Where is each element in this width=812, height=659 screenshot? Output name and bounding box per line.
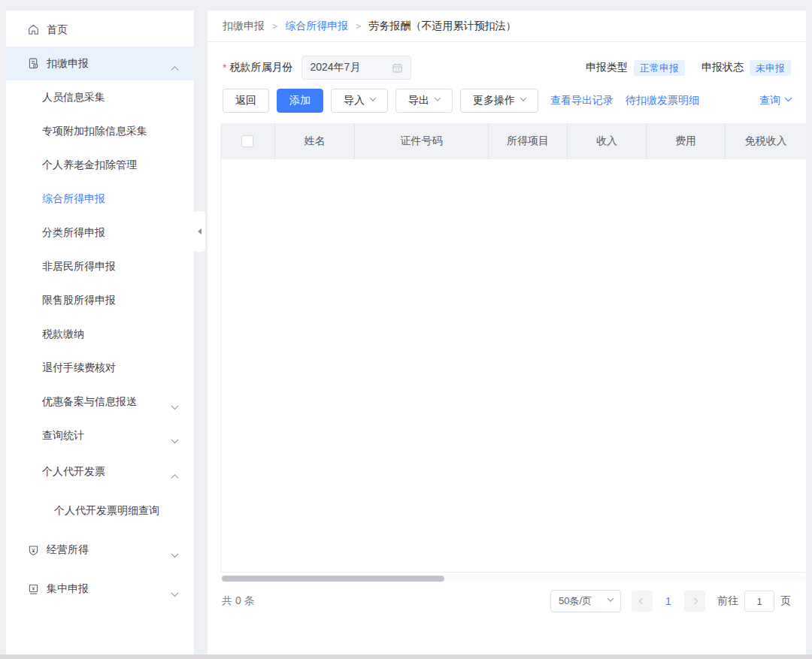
sidebar-item-label: 分类所得申报 xyxy=(42,226,105,240)
chevron-down-icon xyxy=(435,95,441,101)
required-mark: * xyxy=(223,62,226,74)
sidebar-item-private-pension[interactable]: 个人养老金扣除管理 xyxy=(6,148,194,182)
sidebar-item-centralized-declaration[interactable]: 集中申报 xyxy=(6,570,194,609)
chevron-down-icon xyxy=(172,589,177,601)
home-icon xyxy=(27,23,40,36)
prev-page-button[interactable] xyxy=(632,591,653,612)
sidebar-item-label: 个人养老金扣除管理 xyxy=(42,159,137,172)
sidebar-item-label: 非居民所得申报 xyxy=(42,260,116,274)
calendar-icon xyxy=(392,62,403,74)
current-page: 1 xyxy=(663,595,674,607)
sidebar-collapse-handle[interactable] xyxy=(193,211,205,252)
tax-month-value: 2024年7月 xyxy=(310,61,392,74)
sidebar-item-withholding-declaration[interactable]: 扣缴申报 xyxy=(6,47,194,80)
next-page-button[interactable] xyxy=(684,591,705,612)
sidebar: 首页 扣缴申报 人员信息采集 专项附加扣除信息采集 xyxy=(6,11,194,654)
sidebar-item-classified-income[interactable]: 分类所得申报 xyxy=(6,216,194,249)
sidebar-item-restricted-shares[interactable]: 限售股所得申报 xyxy=(6,283,194,317)
page-size-select[interactable]: 50条/页 xyxy=(550,590,621,612)
sidebar-item-label: 人员信息采集 xyxy=(42,91,105,104)
back-button[interactable]: 返回 xyxy=(223,89,269,113)
page-size-value: 50条/页 xyxy=(559,594,604,608)
sidebar-item-label: 查询统计 xyxy=(42,429,84,443)
more-actions-dropdown-button[interactable]: 更多操作 xyxy=(460,89,538,113)
chevron-down-icon xyxy=(785,94,792,101)
chevron-down-icon xyxy=(172,402,177,414)
chevron-right-icon xyxy=(692,598,698,604)
table-body-empty xyxy=(220,159,806,573)
declaration-type-badge: 正常申报 xyxy=(634,60,685,76)
sidebar-item-home[interactable]: 首页 xyxy=(6,13,194,47)
sidebar-item-personnel-info[interactable]: 人员信息采集 xyxy=(6,80,194,114)
breadcrumb-item-link[interactable]: 综合所得申报 xyxy=(285,20,348,33)
goto-page-unit: 页 xyxy=(780,594,791,608)
table-header-income-item: 所得项目 xyxy=(489,123,568,159)
table-header-fee: 费用 xyxy=(647,123,726,159)
toolbar: 返回 添加 导入 导出 更多操作 查看导出记录 待扣缴发票明细 查询 xyxy=(223,89,791,113)
declaration-doc-icon xyxy=(27,57,40,70)
export-label: 导出 xyxy=(408,94,429,107)
breadcrumb: 扣缴申报 > 综合所得申报 > 劳务报酬（不适用累计预扣法） xyxy=(208,11,806,42)
pending-invoice-detail-link[interactable]: 待扣缴发票明细 xyxy=(626,94,699,107)
sidebar-item-nonresident-income[interactable]: 非居民所得申报 xyxy=(6,249,194,283)
chevron-down-icon xyxy=(172,550,177,562)
query-label: 查询 xyxy=(759,94,780,107)
sidebar-item-query-statistics[interactable]: 查询统计 xyxy=(6,419,194,452)
breadcrumb-separator: > xyxy=(356,21,361,32)
table-header-taxfree-income: 免税收入 xyxy=(726,123,806,159)
sidebar-item-label: 集中申报 xyxy=(47,582,89,596)
declaration-state-badge: 未申报 xyxy=(750,60,791,76)
view-export-records-link[interactable]: 查看导出记录 xyxy=(550,94,614,107)
sidebar-item-special-deduction[interactable]: 专项附加扣除信息采集 xyxy=(6,114,194,148)
sidebar-item-label: 限售股所得申报 xyxy=(42,294,116,307)
chevron-left-icon xyxy=(639,598,645,604)
sidebar-item-preferential-filing[interactable]: 优惠备案与信息报送 xyxy=(6,385,194,419)
export-dropdown-button[interactable]: 导出 xyxy=(395,89,453,113)
table-header-income: 收入 xyxy=(568,123,647,159)
total-count: 共 0 条 xyxy=(222,594,255,608)
data-table: 姓名 证件号码 所得项目 收入 费用 免税收入 xyxy=(220,123,806,573)
declaration-state-group: 申报状态 未申报 xyxy=(701,60,791,76)
goto-page-input[interactable] xyxy=(744,591,774,612)
sidebar-item-label: 专项附加扣除信息采集 xyxy=(42,125,147,138)
sidebar-item-label: 首页 xyxy=(47,23,68,37)
horizontal-scrollbar-thumb[interactable] xyxy=(222,576,444,582)
main-content: 扣缴申报 > 综合所得申报 > 劳务报酬（不适用累计预扣法） * 税款所属月份 … xyxy=(208,11,806,654)
table-header: 姓名 证件号码 所得项目 收入 费用 免税收入 xyxy=(220,123,806,159)
goto-page-label: 前往 xyxy=(717,594,738,608)
tax-month-picker[interactable]: 2024年7月 xyxy=(301,56,411,80)
chevron-down-icon xyxy=(607,595,614,601)
sidebar-item-label: 个人代开发票 xyxy=(42,465,105,479)
query-toggle[interactable]: 查询 xyxy=(759,94,791,107)
centralized-declaration-icon xyxy=(27,583,40,596)
sidebar-item-personal-invoice-detail[interactable]: 个人代开发票明细查询 xyxy=(6,491,194,531)
table-header-name: 姓名 xyxy=(275,123,355,159)
sidebar-item-label: 退付手续费核对 xyxy=(42,361,116,375)
chevron-up-icon xyxy=(172,64,177,76)
import-dropdown-button[interactable]: 导入 xyxy=(331,89,388,113)
chevron-down-icon xyxy=(520,95,526,101)
declaration-type-label: 申报类型 xyxy=(586,61,628,74)
table-header-id-number: 证件号码 xyxy=(355,123,489,159)
sidebar-item-comprehensive-income[interactable]: 综合所得申报 xyxy=(6,182,194,216)
sidebar-item-refund-fee-check[interactable]: 退付手续费核对 xyxy=(6,351,194,385)
app-window: 首页 扣缴申报 人员信息采集 专项附加扣除信息采集 xyxy=(0,0,812,659)
sidebar-item-label: 扣缴申报 xyxy=(47,57,89,71)
table-header-checkbox-cell xyxy=(220,123,275,159)
table-footer: 共 0 条 50条/页 1 前往 页 xyxy=(222,589,791,613)
import-label: 导入 xyxy=(344,94,365,107)
sidebar-item-tax-payment[interactable]: 税款缴纳 xyxy=(6,317,194,351)
sidebar-item-personal-invoice[interactable]: 个人代开发票 xyxy=(6,452,194,491)
sidebar-item-business-income[interactable]: 经营所得 xyxy=(6,531,194,570)
bottom-edge-strip xyxy=(0,654,812,659)
chevron-up-icon xyxy=(172,472,177,484)
filter-row: * 税款所属月份 2024年7月 申报类型 正常申报 申报状态 未申报 xyxy=(223,56,791,80)
select-all-checkbox[interactable] xyxy=(241,135,253,147)
breadcrumb-item-current: 劳务报酬（不适用累计预扣法） xyxy=(368,20,516,33)
tax-month-label: 税款所属月份 xyxy=(229,61,292,74)
declaration-type-group: 申报类型 正常申报 xyxy=(586,60,685,76)
chevron-down-icon xyxy=(370,95,376,101)
add-button[interactable]: 添加 xyxy=(277,89,323,113)
more-actions-label: 更多操作 xyxy=(473,94,515,107)
collapse-left-arrow-icon xyxy=(198,228,201,234)
